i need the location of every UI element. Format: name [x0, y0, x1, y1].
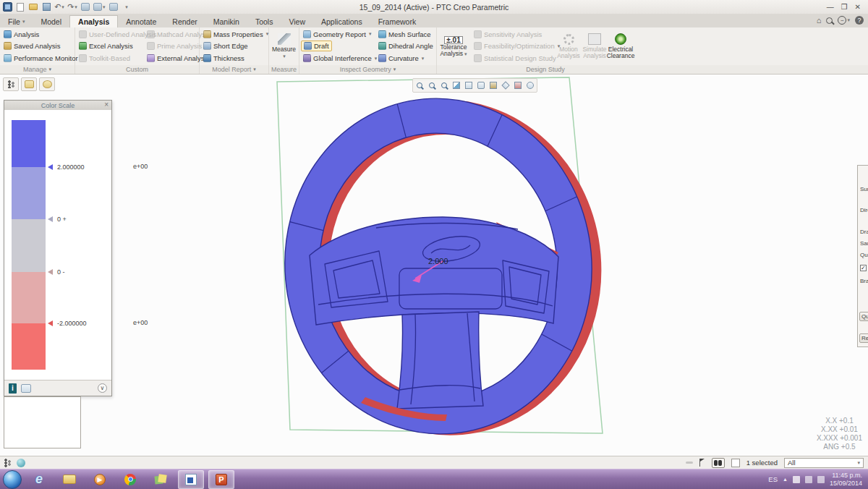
scale-marker-icon: [48, 164, 53, 170]
tab-file[interactable]: File▾: [0, 15, 33, 27]
info-icon[interactable]: i: [9, 383, 17, 394]
scale-entry[interactable]: 2.000000e+00: [48, 163, 85, 171]
mass-properties-button[interactable]: Mass Properties▾: [201, 29, 267, 40]
undo-button[interactable]: ↶▾: [54, 1, 64, 12]
spin-center-button[interactable]: [524, 80, 536, 91]
tab-view[interactable]: View: [281, 15, 313, 27]
taskbar-sticky-notes[interactable]: [148, 470, 174, 489]
tree-filter-button[interactable]: [21, 77, 37, 91]
tab-annotate[interactable]: Annotate: [118, 15, 164, 27]
app-icon[interactable]: [3, 2, 12, 12]
mesh-surface-button[interactable]: Mesh Surface: [376, 29, 434, 40]
redo-button[interactable]: ↷▾: [67, 1, 77, 12]
tab-analysis[interactable]: Analysis: [69, 15, 118, 27]
start-button[interactable]: [3, 470, 22, 489]
tolerance-analysis-button[interactable]: ±.01 Tolerance Analysis▾: [437, 27, 470, 65]
model-tree-panel[interactable]: [4, 396, 81, 448]
minimize-button[interactable]: —: [827, 3, 834, 11]
tab-render[interactable]: Render: [164, 15, 205, 27]
draft-button[interactable]: Draft: [301, 41, 332, 51]
excel-analysis-button[interactable]: Excel Analysis: [77, 41, 142, 51]
simulate-analysis-icon: [588, 33, 601, 45]
external-analysis-icon: [147, 54, 155, 62]
taskbar-media-player[interactable]: ▶: [87, 470, 113, 489]
scale-entry[interactable]: 0 -: [48, 268, 65, 276]
regenerate-button[interactable]: [80, 1, 90, 12]
quick-button[interactable]: Qu: [859, 312, 868, 321]
tree-settings-button[interactable]: [39, 77, 55, 91]
repaint-button[interactable]: [451, 80, 462, 91]
help-icon[interactable]: ?: [855, 16, 864, 25]
view-manager-button[interactable]: [488, 80, 499, 91]
geometry-report-button[interactable]: Geometry Report▾: [301, 29, 373, 40]
performance-monitor-button[interactable]: Performance Monitor: [1, 53, 73, 64]
show-hidden-icons[interactable]: ▲: [783, 477, 788, 482]
refit-button[interactable]: [414, 80, 425, 91]
checkbox[interactable]: ✓: [860, 265, 867, 271]
external-analysis-button[interactable]: External Analysis: [145, 53, 198, 64]
new-file-button[interactable]: [15, 1, 25, 12]
inspect-geometry-group-label[interactable]: Inspect Geometry▾: [299, 65, 437, 74]
tab-applications[interactable]: Applications: [313, 15, 370, 27]
notifications-flag-icon[interactable]: [699, 459, 705, 467]
steering-wheel-model[interactable]: 2.000: [0, 75, 868, 456]
close-icon[interactable]: ×: [104, 101, 109, 109]
taskbar-powerpoint[interactable]: P: [208, 470, 234, 489]
flip-scale-icon[interactable]: [21, 384, 31, 393]
annotation-display-button[interactable]: [512, 80, 524, 91]
zoom-in-button[interactable]: [426, 80, 438, 91]
open-button[interactable]: [28, 1, 38, 12]
graphics-area[interactable]: 2.000 Color Scale × 2.00000: [0, 75, 868, 456]
taskbar-chrome[interactable]: [117, 470, 143, 489]
network-icon[interactable]: [805, 476, 812, 483]
browser-toggle-button[interactable]: [17, 459, 25, 467]
language-indicator[interactable]: ES: [768, 475, 778, 483]
measure-button[interactable]: Measure▾: [269, 27, 299, 65]
tab-model[interactable]: Model: [33, 15, 69, 27]
action-center-icon[interactable]: [793, 476, 800, 483]
taskbar-windows-explorer[interactable]: [56, 470, 82, 489]
volume-icon[interactable]: [817, 476, 825, 483]
customize-qat-button[interactable]: ▾: [122, 1, 132, 12]
datum-display-button[interactable]: [500, 80, 511, 91]
tab-tools[interactable]: Tools: [247, 15, 281, 27]
model-report-group-label[interactable]: Model Report▾: [200, 65, 269, 74]
close-window-button[interactable]: [109, 1, 119, 12]
close-button[interactable]: ✕: [855, 3, 861, 11]
scale-entry[interactable]: 0 +: [48, 215, 67, 224]
dihedral-angle-button[interactable]: Dihedral Angle: [376, 41, 434, 51]
tree-toggle-button[interactable]: [4, 459, 11, 467]
electrical-clearance-button[interactable]: ElectricalClearance: [608, 27, 634, 65]
curvature-icon: [378, 54, 386, 62]
curvature-button[interactable]: Curvature▾: [376, 53, 434, 64]
thickness-button[interactable]: Thickness: [201, 53, 267, 64]
analysis-button[interactable]: Analysis: [1, 29, 73, 40]
command-locator-button[interactable]: − ▾: [838, 16, 850, 25]
zoom-out-button[interactable]: [438, 80, 450, 91]
repeat-button[interactable]: Re: [859, 333, 868, 343]
taskbar-internet-explorer[interactable]: e: [26, 470, 52, 489]
find-button[interactable]: [712, 458, 725, 468]
tab-manikin[interactable]: Manikin: [205, 15, 247, 27]
select-box-icon[interactable]: [731, 459, 740, 467]
filter-dropdown[interactable]: All▾: [784, 458, 864, 468]
save-button[interactable]: [41, 1, 51, 12]
taskbar-clock[interactable]: 11:45 p.m. 15/09/2014: [830, 472, 862, 487]
search-icon[interactable]: [826, 17, 833, 24]
tab-framework[interactable]: Framework: [370, 15, 425, 27]
scale-entry[interactable]: -2.000000e+00: [48, 319, 87, 328]
restore-button[interactable]: ❒: [841, 3, 848, 11]
saved-orientations-button[interactable]: [475, 80, 487, 91]
color-scale-titlebar[interactable]: Color Scale ×: [4, 101, 111, 110]
saved-analysis-button[interactable]: Saved Analysis: [1, 41, 73, 51]
expand-options-button[interactable]: ∨: [98, 383, 107, 393]
scale-marker-icon: [48, 320, 53, 326]
short-edge-button[interactable]: Short Edge: [201, 41, 267, 51]
manage-group-label[interactable]: Manage▾: [0, 65, 75, 74]
windows-button[interactable]: ▾: [93, 1, 106, 12]
model-views-icon[interactable]: ⌂: [817, 16, 822, 25]
show-tree-button[interactable]: [3, 77, 19, 91]
taskbar-creo[interactable]: [178, 470, 204, 489]
display-style-button[interactable]: [463, 80, 475, 91]
global-interference-button[interactable]: Global Interference▾: [301, 53, 373, 64]
